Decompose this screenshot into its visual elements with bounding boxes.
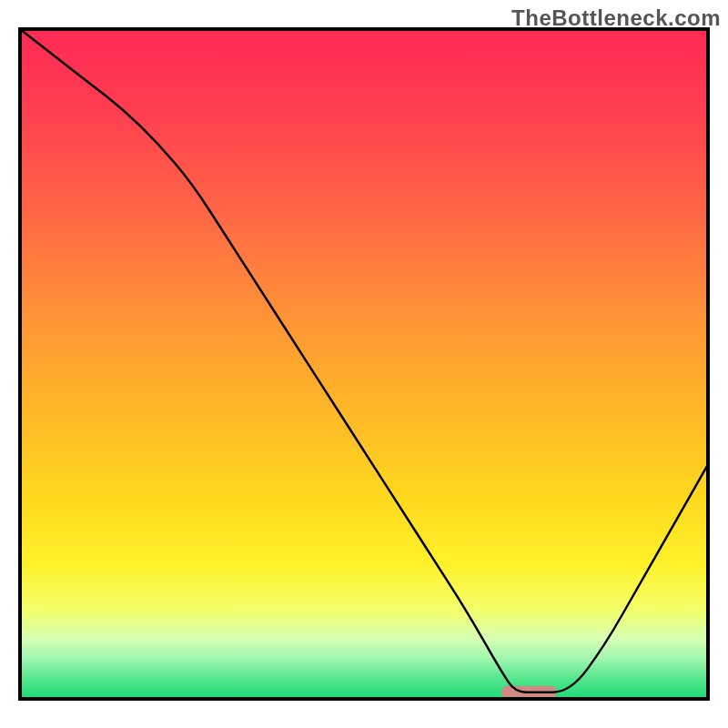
- watermark-label: TheBottleneck.com: [511, 5, 721, 31]
- plot-background: [20, 29, 708, 699]
- chart-container: TheBottleneck.com: [0, 0, 728, 728]
- bottleneck-chart: [0, 0, 728, 728]
